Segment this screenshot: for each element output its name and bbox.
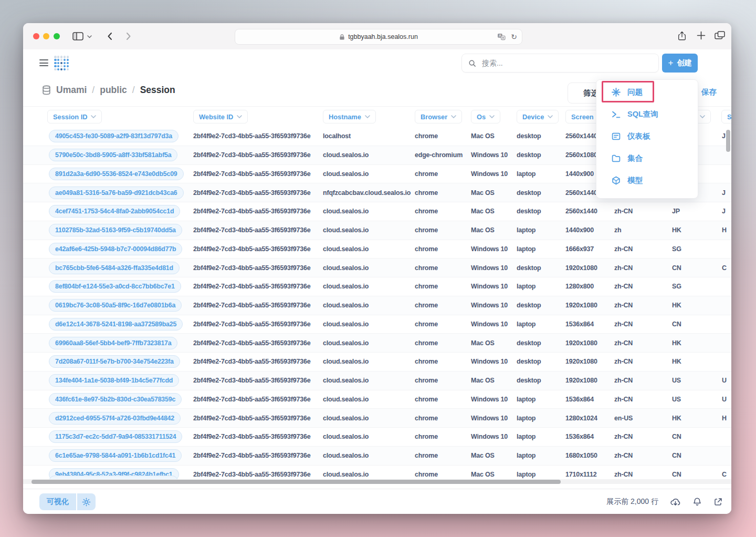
column-header-subdivision[interactable]: Su: [721, 110, 731, 123]
cell-website-id[interactable]: 2bf4f9e2-7cd3-4bb5-aa55-3f6593f9736e: [193, 339, 311, 347]
back-button[interactable]: [107, 32, 112, 40]
cell-device[interactable]: laptop: [517, 396, 536, 403]
cell-os[interactable]: Mac OS: [471, 452, 495, 459]
breadcrumb-schema[interactable]: public: [100, 85, 127, 96]
cell-hostname[interactable]: cloud.sealos.io: [323, 339, 369, 347]
cell-website-id[interactable]: 2bf4f9e2-7cd3-4bb5-aa55-3f6593f9736e: [193, 471, 311, 478]
new-tab-icon[interactable]: [697, 31, 706, 40]
cell-device[interactable]: laptop: [517, 452, 536, 459]
cell-screen[interactable]: 2560x1440: [565, 132, 597, 140]
cell-browser[interactable]: chrome: [415, 264, 438, 272]
cell-language[interactable]: en-US: [614, 415, 633, 422]
share-icon[interactable]: [677, 30, 687, 42]
cell-hostname[interactable]: cloud.sealos.io: [323, 415, 369, 422]
cell-su[interactable]: U: [722, 396, 727, 403]
cell-hostname[interactable]: cloud.sealos.io: [323, 452, 369, 459]
cell-device[interactable]: desktop: [517, 339, 541, 347]
session-id-pill[interactable]: 4905c453-fe30-5089-a2f9-83f13d797d3a: [49, 130, 178, 142]
cell-website-id[interactable]: 2bf4f9e2-7cd3-4bb5-aa55-3f6593f9736e: [193, 452, 311, 459]
cell-hostname[interactable]: cloud.sealos.io: [323, 321, 369, 328]
cell-os[interactable]: Mac OS: [471, 208, 495, 215]
cell-os[interactable]: Windows 10: [471, 245, 508, 253]
session-id-pill[interactable]: 8ef804bf-e124-55e3-a0cd-8cc7bb6bc7e1: [49, 280, 181, 293]
cell-screen[interactable]: 1280x1024: [565, 415, 597, 422]
download-icon[interactable]: [670, 497, 681, 507]
cell-language[interactable]: zh-CN: [614, 321, 633, 328]
session-id-pill[interactable]: 1175c3d7-ec2c-5dd7-9a94-085331711524: [49, 430, 182, 443]
cell-device[interactable]: desktop: [517, 189, 541, 197]
session-id-pill[interactable]: 6c1e65ae-9798-5844-a091-1b6b1cd1fc41: [49, 449, 182, 462]
forward-button[interactable]: [126, 32, 131, 40]
cell-os[interactable]: Mac OS: [471, 189, 495, 197]
cell-device[interactable]: desktop: [517, 151, 541, 159]
cell-hostname[interactable]: cloud.sealos.io: [323, 226, 369, 234]
cell-hostname[interactable]: cloud.sealos.io: [323, 151, 369, 159]
search-box[interactable]: [461, 54, 659, 73]
cell-country[interactable]: JP: [672, 208, 680, 215]
cell-su[interactable]: C: [722, 471, 727, 478]
cell-country[interactable]: HK: [672, 339, 681, 347]
cell-screen[interactable]: 1440x900: [565, 226, 594, 234]
column-header-session-id[interactable]: Session ID: [47, 110, 102, 123]
sidebar-toggle-icon[interactable]: [72, 32, 83, 40]
cell-os[interactable]: Mac OS: [471, 132, 495, 140]
session-id-pill[interactable]: 7d208a67-011f-5e7b-b700-34e754e223fa: [49, 355, 180, 368]
cell-browser[interactable]: chrome: [415, 302, 438, 309]
cell-device[interactable]: laptop: [517, 433, 536, 440]
cell-language[interactable]: zh-CN: [614, 264, 633, 272]
cell-hostname[interactable]: cloud.sealos.io: [323, 471, 369, 478]
cell-screen[interactable]: 1280x800: [565, 283, 594, 290]
cell-device[interactable]: desktop: [517, 208, 541, 215]
cell-screen[interactable]: 1920x1080: [565, 358, 597, 365]
session-id-pill[interactable]: bc765cbb-5fe6-5484-a326-ffa335e4d81d: [49, 262, 180, 274]
cell-hostname[interactable]: nfqfzcabcbav.cloud.sealos.io: [323, 189, 411, 197]
cell-hostname[interactable]: cloud.sealos.io: [323, 396, 369, 403]
zoom-window-button[interactable]: [54, 33, 60, 39]
cell-browser[interactable]: chrome: [415, 396, 438, 403]
address-bar[interactable]: tgbbyaah.bja.sealos.run A ↻: [235, 29, 522, 45]
cell-os[interactable]: Windows 10: [471, 358, 508, 365]
cell-os[interactable]: Windows 10: [471, 283, 508, 290]
cell-country[interactable]: CN: [672, 433, 681, 440]
cell-device[interactable]: laptop: [517, 245, 536, 253]
cell-os[interactable]: Windows 10: [471, 264, 508, 272]
cell-website-id[interactable]: 2bf4f9e2-7cd3-4bb5-aa55-3f6593f9736e: [193, 358, 311, 365]
cell-browser[interactable]: chrome: [415, 339, 438, 347]
bell-icon[interactable]: [692, 497, 702, 507]
visualize-button[interactable]: 可视化: [39, 493, 76, 510]
cell-su[interactable]: U: [722, 377, 727, 384]
cell-browser[interactable]: chrome: [415, 433, 438, 440]
cell-os[interactable]: Windows 10: [471, 396, 508, 403]
cell-website-id[interactable]: 2bf4f9e2-7cd3-4bb5-aa55-3f6593f9736e: [193, 208, 311, 215]
sidebar-menu-icon[interactable]: [39, 59, 48, 66]
column-header-website-id[interactable]: Website ID: [193, 110, 248, 123]
cell-su[interactable]: J: [722, 208, 726, 215]
cell-browser[interactable]: chrome: [415, 189, 438, 197]
cell-language[interactable]: zh-CN: [614, 471, 633, 478]
cell-os[interactable]: Windows 10: [471, 321, 508, 328]
cell-su[interactable]: J: [722, 132, 726, 140]
cell-screen[interactable]: 1920x1080: [565, 302, 597, 309]
cell-browser[interactable]: edge-chromium: [415, 151, 463, 159]
cell-browser[interactable]: chrome: [415, 226, 438, 234]
cell-su[interactable]: C: [722, 264, 727, 272]
cell-screen[interactable]: 1666x937: [565, 245, 594, 253]
cell-language[interactable]: zh-CN: [614, 377, 633, 384]
cell-browser[interactable]: chrome: [415, 170, 438, 178]
cell-os[interactable]: Windows 10: [471, 170, 508, 178]
cell-screen[interactable]: 2560x1440: [565, 189, 597, 197]
session-id-pill[interactable]: 1102785b-32ad-5163-9f59-c5b19740dd5a: [49, 224, 182, 236]
cell-browser[interactable]: chrome: [415, 245, 438, 253]
session-id-pill[interactable]: 891d2a3a-6d90-5536-8524-e743e0db5c09: [49, 168, 184, 180]
cell-screen[interactable]: 2560x1440: [565, 208, 597, 215]
cell-device[interactable]: laptop: [517, 283, 536, 290]
horizontal-scrollbar-thumb[interactable]: [32, 480, 561, 484]
cell-country[interactable]: CN: [672, 321, 681, 328]
menu-item-sql-query[interactable]: SQL查询: [596, 103, 698, 125]
cell-country[interactable]: CN: [672, 264, 681, 272]
cell-website-id[interactable]: 2bf4f9e2-7cd3-4bb5-aa55-3f6593f9736e: [193, 396, 311, 403]
visualization-settings-button[interactable]: [77, 493, 96, 510]
cell-screen[interactable]: 1536x864: [565, 321, 594, 328]
session-id-pill[interactable]: ae049a81-5316-5a76-ba59-d921dcb43ca6: [49, 187, 184, 199]
cell-language[interactable]: zh-CN: [614, 433, 633, 440]
